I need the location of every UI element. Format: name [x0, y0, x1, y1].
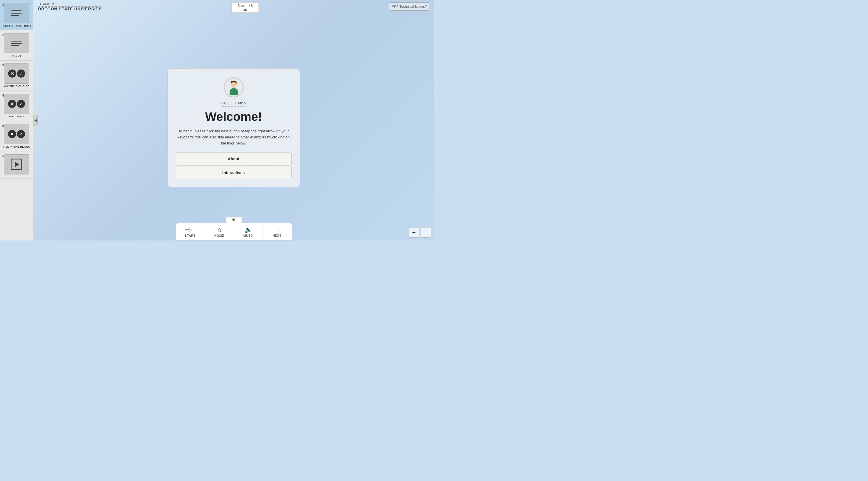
sidebar-number-2: 2	[2, 33, 4, 37]
welcome-description: To begin, please click the next button o…	[176, 128, 292, 146]
header-branding: ECAMPUS OREGON STATE UNIVERSITY	[38, 2, 101, 11]
sidebar-number-1: 1	[2, 3, 4, 6]
check-circle-4: ✓	[17, 100, 25, 108]
mute-icon: 🔈	[244, 226, 252, 234]
header: ECAMPUS OREGON STATE UNIVERSITY Slide 1 …	[33, 0, 434, 15]
xcheck-icon-3: ✕ ✓	[8, 69, 25, 78]
x-circle-4: ✕	[8, 100, 16, 108]
lines-icon-1	[11, 10, 22, 16]
start-button[interactable]: ⊣← START	[176, 223, 205, 240]
more-options-button[interactable]: ⋮	[421, 227, 431, 238]
start-label: START	[185, 234, 196, 237]
brightness-button[interactable]: ☀	[409, 227, 419, 238]
sidebar-item-1[interactable]: 1 TABLE OF CONTENTS	[0, 0, 33, 30]
x-circle-5: ✕	[8, 130, 16, 138]
technical-issues-label: Technical Issues?	[399, 5, 427, 9]
sidebar-label-5: FILL IN THE BLANK	[3, 145, 30, 148]
sidebar-thumb-6	[4, 154, 29, 175]
sidebar-number-6: 6	[2, 154, 4, 158]
sidebar-thumb-5: ✕ ✓	[4, 124, 29, 144]
interactives-link[interactable]: Interactives	[176, 166, 292, 179]
sidebar-item-5[interactable]: 5 ✕ ✓ FILL IN THE BLANK	[0, 121, 33, 151]
brightness-icon: ☀	[412, 230, 416, 235]
slide-arrow-up-icon[interactable]	[243, 8, 248, 11]
about-link[interactable]: About	[176, 152, 292, 166]
home-icon: ⌂	[217, 226, 221, 234]
mute-button[interactable]: 🔈 MUTE	[234, 223, 263, 240]
slide-indicator: Slide 1 / 8	[231, 2, 259, 13]
xcheck-icon-4: ✕ ✓	[8, 100, 25, 108]
next-icon: →	[274, 226, 280, 234]
check-circle-5: ✓	[17, 130, 25, 138]
bottom-nav: ⊣← START ⌂ HOME 🔈 MUTE → NEXT	[176, 223, 292, 241]
dotted-divider	[222, 107, 245, 107]
sidebar-thumb-2	[4, 33, 29, 53]
home-button[interactable]: ⌂ HOME	[205, 223, 234, 240]
avatar	[224, 77, 244, 97]
next-label: NEXT	[273, 234, 282, 237]
sidebar-number-3: 3	[2, 63, 4, 67]
play-icon-6	[11, 159, 22, 170]
collapse-sidebar-button[interactable]: ◀	[33, 115, 38, 125]
header-university: OREGON STATE UNIVERSITY	[38, 7, 101, 11]
next-button[interactable]: → NEXT	[263, 223, 292, 240]
play-triangle-6	[15, 161, 19, 167]
sidebar-item-3[interactable]: 3 ✕ ✓ MULTIPLE CHOICE	[0, 61, 33, 91]
technical-issues-icon: ⊟?	[391, 4, 398, 9]
sidebar-label-1: TABLE OF CONTENTS	[1, 24, 32, 27]
sidebar-label-3: MULTIPLE CHOICE	[3, 85, 29, 88]
slide-indicator-text: Slide 1 / 8	[238, 4, 253, 8]
mute-label: MUTE	[244, 234, 253, 237]
sidebar-item-4[interactable]: 4 ✕ ✓ MATCHING	[0, 91, 33, 121]
welcome-card: SLIDE Demo Welcome! To begin, please cli…	[167, 68, 300, 187]
xcheck-icon-5: ✕ ✓	[8, 130, 25, 138]
home-label: HOME	[214, 234, 224, 237]
header-ecampus: ECAMPUS	[38, 2, 101, 7]
sidebar-number-4: 4	[2, 94, 4, 97]
svg-rect-1	[232, 86, 235, 89]
sidebar-thumb-4: ✕ ✓	[4, 94, 29, 114]
start-icon: ⊣←	[184, 226, 196, 234]
slide-demo-label: SLIDE Demo	[221, 101, 246, 105]
sidebar-label-2: ABOUT	[11, 55, 22, 57]
sidebar-item-6[interactable]: 6	[0, 151, 33, 179]
technical-issues-button[interactable]: ⊟? Technical Issues?	[389, 2, 429, 11]
welcome-title: Welcome!	[205, 110, 262, 124]
sidebar: 1 TABLE OF CONTENTS 2 ABOUT 3	[0, 0, 33, 241]
main-content: ◀ ECAMPUS OREGON STATE UNIVERSITY Slide …	[33, 0, 434, 241]
x-circle-3: ✕	[8, 69, 16, 78]
sidebar-number-5: 5	[2, 124, 4, 127]
more-icon: ⋮	[424, 230, 428, 235]
nav-dropdown-arrow[interactable]	[225, 217, 242, 223]
bottom-nav-wrapper: ⊣← START ⌂ HOME 🔈 MUTE → NEXT	[176, 217, 292, 241]
bottom-right-icons: ☀ ⋮	[409, 227, 431, 238]
sidebar-thumb-1	[4, 3, 29, 23]
check-circle-3: ✓	[17, 69, 25, 78]
sidebar-item-2[interactable]: 2 ABOUT	[0, 30, 33, 61]
nav-arrow-down-icon	[231, 218, 236, 221]
sidebar-label-4: MATCHING	[9, 115, 24, 118]
lines-icon-2	[11, 41, 22, 46]
sidebar-thumb-3: ✕ ✓	[4, 63, 29, 84]
avatar-svg	[227, 80, 241, 95]
